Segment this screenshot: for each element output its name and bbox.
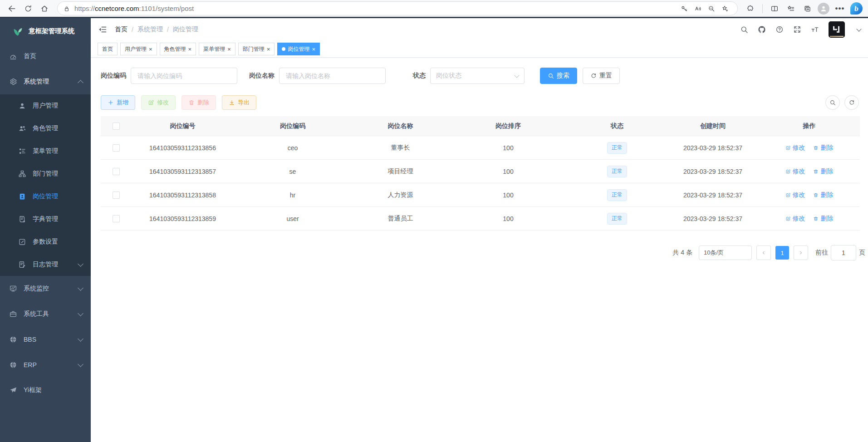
- row-checkbox[interactable]: [113, 192, 120, 199]
- delete-button-label: 删除: [197, 98, 209, 107]
- row-delete-link[interactable]: 删除: [813, 215, 833, 223]
- zoom-out-button[interactable]: [705, 3, 718, 15]
- browser-settings-button[interactable]: •••: [833, 2, 847, 15]
- sidebar-item-system-management[interactable]: 系统管理: [0, 69, 91, 94]
- password-manager-button[interactable]: [677, 3, 691, 15]
- table-row[interactable]: 1641030593112313858 hr 人力资源 100 正常 2023-…: [101, 183, 860, 207]
- help-button[interactable]: [775, 25, 784, 34]
- browser-home-button[interactable]: [37, 2, 52, 15]
- table-refresh-button[interactable]: [844, 95, 859, 110]
- sidebar-item-menu-management[interactable]: 菜单管理: [0, 140, 91, 162]
- row-delete-link[interactable]: 删除: [813, 191, 833, 199]
- select-all-checkbox[interactable]: [113, 123, 120, 130]
- breadcrumb-home[interactable]: 首页: [115, 25, 128, 34]
- sidebar-item-yi-framework[interactable]: Yi框架: [0, 378, 91, 403]
- app-logo[interactable]: 意框架管理系统: [0, 18, 91, 44]
- post-sort-cell: 100: [449, 160, 567, 183]
- address-bar[interactable]: https://ccnetcore.com:1101/system/post: [57, 1, 738, 15]
- row-edit-link[interactable]: 修改: [785, 215, 805, 223]
- sidebar-item-role-management[interactable]: 角色管理: [0, 117, 91, 140]
- tab-menu-management[interactable]: 菜单管理×: [199, 43, 235, 55]
- sidebar-item-home[interactable]: 首页: [0, 44, 91, 69]
- chevron-up-icon: [78, 80, 83, 86]
- post-sort-cell: 100: [449, 136, 567, 160]
- tab-home[interactable]: 首页: [98, 43, 118, 55]
- tab-close-icon[interactable]: ×: [149, 46, 152, 52]
- collections-button[interactable]: [800, 2, 814, 15]
- sidebar-item-system-monitor[interactable]: 系统监控: [0, 276, 91, 301]
- row-edit-link[interactable]: 修改: [785, 144, 805, 152]
- tab-dept-management[interactable]: 部门管理×: [238, 43, 275, 55]
- sidebar-item-dept-management[interactable]: 部门管理: [0, 162, 91, 185]
- chevron-down-icon: [514, 73, 519, 78]
- column-header-actions: 操作: [759, 116, 860, 136]
- row-edit-link[interactable]: 修改: [785, 167, 805, 176]
- tab-close-icon[interactable]: ×: [188, 46, 192, 52]
- sidebar-item-param-settings[interactable]: 参数设置: [0, 231, 91, 253]
- system-management-submenu: 用户管理 角色管理 菜单管理 部门管理 岗位管理: [0, 94, 91, 276]
- table-row[interactable]: 1641030593112313857 se 项目经理 100 正常 2023-…: [101, 160, 860, 183]
- search-toggle-button[interactable]: [825, 95, 840, 110]
- sidebar-item-dict-management[interactable]: 字典管理: [0, 208, 91, 231]
- row-edit-link[interactable]: 修改: [785, 191, 805, 199]
- sidebar-item-label: 系统监控: [24, 285, 78, 293]
- breadcrumb: 首页 / 系统管理 / 岗位管理: [115, 25, 198, 34]
- browser-profile-button[interactable]: [816, 2, 831, 15]
- url-scheme: https://: [74, 5, 95, 12]
- sidebar-item-log-management[interactable]: 日志管理: [0, 253, 91, 276]
- favorites-button[interactable]: [784, 2, 798, 15]
- browser-back-button[interactable]: [5, 2, 19, 15]
- fullscreen-button[interactable]: [793, 25, 801, 34]
- post-name-input[interactable]: [279, 68, 386, 84]
- puzzle-icon: [746, 5, 755, 13]
- status-badge: 正常: [607, 166, 627, 177]
- tab-close-icon[interactable]: ×: [267, 46, 270, 52]
- sidebar-item-erp[interactable]: ERP: [0, 352, 91, 378]
- page-url[interactable]: https://ccnetcore.com:1101/system/post: [74, 5, 677, 12]
- row-delete-link[interactable]: 删除: [813, 167, 833, 176]
- tab-user-management[interactable]: 用户管理×: [120, 43, 157, 55]
- split-screen-button[interactable]: [767, 2, 782, 15]
- user-avatar[interactable]: [829, 21, 845, 38]
- post-code-input[interactable]: [131, 68, 237, 84]
- row-checkbox[interactable]: [113, 144, 120, 152]
- extensions-button[interactable]: [743, 2, 758, 15]
- sidebar-item-post-management[interactable]: 岗位管理: [0, 185, 91, 208]
- add-favorite-button[interactable]: [718, 3, 732, 15]
- page-1-button[interactable]: 1: [775, 246, 789, 260]
- table-row[interactable]: 1641030593112313856 ceo 董事长 100 正常 2023-…: [101, 136, 860, 160]
- sidebar-item-bbs[interactable]: BBS: [0, 327, 91, 352]
- row-delete-link[interactable]: 删除: [813, 144, 833, 152]
- font-size-button[interactable]: [811, 25, 819, 34]
- row-checkbox[interactable]: [113, 215, 120, 222]
- tab-post-management[interactable]: 岗位管理×: [277, 43, 320, 55]
- column-header-status: 状态: [567, 116, 667, 136]
- status-select[interactable]: 岗位状态: [430, 68, 525, 84]
- goto-page-input[interactable]: [831, 245, 856, 260]
- question-circle-icon: [775, 25, 784, 34]
- sidebar-collapse-button[interactable]: [98, 25, 107, 34]
- add-button[interactable]: 新增: [101, 95, 135, 110]
- browser-reload-button[interactable]: [21, 2, 35, 15]
- tab-close-icon[interactable]: ×: [312, 46, 315, 52]
- bing-chat-button[interactable]: b: [849, 2, 863, 15]
- chevron-down-icon: [78, 361, 83, 367]
- sidebar-item-user-management[interactable]: 用户管理: [0, 94, 91, 117]
- post-sort-cell: 100: [449, 207, 567, 231]
- export-button[interactable]: 导出: [222, 95, 256, 110]
- chevron-left-icon: [761, 250, 766, 255]
- reset-button[interactable]: 重置: [583, 68, 620, 84]
- table-row[interactable]: 1641030593112313859 user 普通员工 100 正常 202…: [101, 207, 860, 231]
- avatar-caret-icon[interactable]: [856, 26, 861, 31]
- page-size-select[interactable]: 10条/页: [699, 246, 752, 260]
- tab-role-management[interactable]: 角色管理×: [160, 43, 196, 55]
- header-search-button[interactable]: [740, 25, 748, 34]
- tab-close-icon[interactable]: ×: [227, 46, 231, 52]
- github-button[interactable]: [758, 25, 766, 34]
- sidebar-item-system-tools[interactable]: 系统工具: [0, 301, 91, 327]
- read-aloud-button[interactable]: [691, 3, 705, 15]
- id-badge-icon: [18, 192, 26, 201]
- search-button[interactable]: 搜索: [540, 68, 577, 84]
- row-checkbox[interactable]: [113, 168, 120, 175]
- fullscreen-icon: [793, 25, 801, 34]
